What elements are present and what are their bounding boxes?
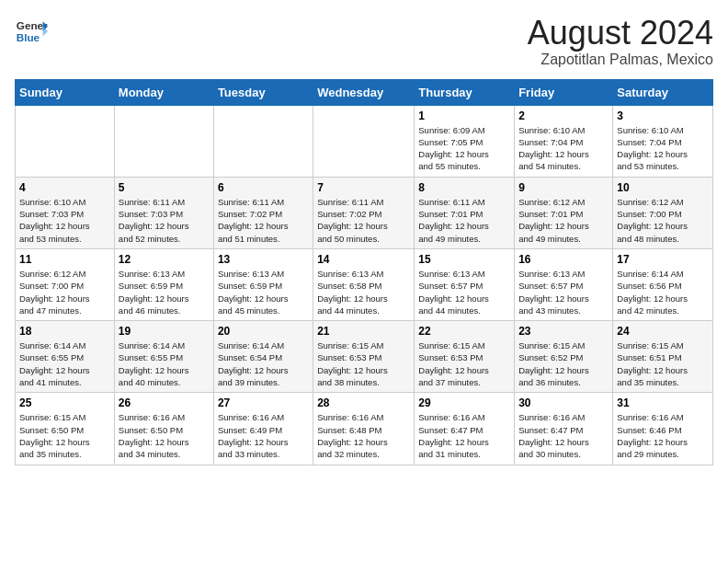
day-number: 18 <box>19 325 110 338</box>
calendar-cell: 13Sunrise: 6:13 AM Sunset: 6:59 PM Dayli… <box>213 248 313 320</box>
calendar-week-row: 18Sunrise: 6:14 AM Sunset: 6:55 PM Dayli… <box>16 321 713 393</box>
day-number: 2 <box>518 109 609 122</box>
day-number: 24 <box>617 325 709 338</box>
day-number: 13 <box>218 253 309 266</box>
calendar-table: SundayMondayTuesdayWednesdayThursdayFrid… <box>15 79 713 465</box>
calendar-cell: 31Sunrise: 6:16 AM Sunset: 6:46 PM Dayli… <box>613 393 713 465</box>
day-number: 1 <box>418 109 510 122</box>
day-info: Sunrise: 6:15 AM Sunset: 6:50 PM Dayligh… <box>19 411 110 460</box>
day-info: Sunrise: 6:12 AM Sunset: 7:01 PM Dayligh… <box>518 196 609 245</box>
month-title: August 2024 <box>528 15 713 52</box>
calendar-cell <box>114 105 213 177</box>
title-block: August 2024 Zapotitlan Palmas, Mexico <box>528 15 713 68</box>
day-number: 15 <box>418 253 510 266</box>
calendar-cell: 12Sunrise: 6:13 AM Sunset: 6:59 PM Dayli… <box>114 248 213 320</box>
weekday-header: Thursday <box>415 79 515 105</box>
weekday-header: Friday <box>515 79 613 105</box>
weekday-header: Monday <box>114 79 213 105</box>
calendar-cell: 29Sunrise: 6:16 AM Sunset: 6:47 PM Dayli… <box>415 393 515 465</box>
day-number: 9 <box>518 181 609 194</box>
weekday-header: Saturday <box>613 79 713 105</box>
calendar-cell: 21Sunrise: 6:15 AM Sunset: 6:53 PM Dayli… <box>313 321 415 393</box>
day-info: Sunrise: 6:14 AM Sunset: 6:56 PM Dayligh… <box>617 268 709 316</box>
calendar-cell: 7Sunrise: 6:11 AM Sunset: 7:02 PM Daylig… <box>313 177 415 248</box>
calendar-cell: 8Sunrise: 6:11 AM Sunset: 7:01 PM Daylig… <box>415 177 515 248</box>
calendar-cell: 4Sunrise: 6:10 AM Sunset: 7:03 PM Daylig… <box>16 177 115 248</box>
day-info: Sunrise: 6:15 AM Sunset: 6:53 PM Dayligh… <box>317 339 410 388</box>
day-info: Sunrise: 6:12 AM Sunset: 7:00 PM Dayligh… <box>19 268 110 316</box>
calendar-cell: 18Sunrise: 6:14 AM Sunset: 6:55 PM Dayli… <box>16 321 115 393</box>
calendar-cell: 3Sunrise: 6:10 AM Sunset: 7:04 PM Daylig… <box>613 105 713 177</box>
calendar-cell: 26Sunrise: 6:16 AM Sunset: 6:50 PM Dayli… <box>114 393 213 465</box>
day-info: Sunrise: 6:09 AM Sunset: 7:05 PM Dayligh… <box>418 124 510 173</box>
day-number: 31 <box>617 396 709 409</box>
location: Zapotitlan Palmas, Mexico <box>528 52 713 68</box>
day-number: 28 <box>317 396 410 409</box>
logo-icon: General Blue <box>15 15 48 48</box>
weekday-header: Sunday <box>16 79 115 105</box>
calendar-week-row: 25Sunrise: 6:15 AM Sunset: 6:50 PM Dayli… <box>16 393 713 465</box>
day-info: Sunrise: 6:11 AM Sunset: 7:02 PM Dayligh… <box>317 196 410 245</box>
day-number: 5 <box>119 181 210 194</box>
calendar-cell: 25Sunrise: 6:15 AM Sunset: 6:50 PM Dayli… <box>16 393 115 465</box>
calendar-cell: 11Sunrise: 6:12 AM Sunset: 7:00 PM Dayli… <box>16 248 115 320</box>
day-number: 6 <box>218 181 309 194</box>
calendar-cell: 22Sunrise: 6:15 AM Sunset: 6:53 PM Dayli… <box>415 321 515 393</box>
calendar-cell: 28Sunrise: 6:16 AM Sunset: 6:48 PM Dayli… <box>313 393 415 465</box>
day-number: 10 <box>617 181 709 194</box>
day-number: 29 <box>418 396 510 409</box>
calendar-cell: 2Sunrise: 6:10 AM Sunset: 7:04 PM Daylig… <box>515 105 613 177</box>
page-header: General Blue August 2024 Zapotitlan Palm… <box>15 15 713 68</box>
day-info: Sunrise: 6:11 AM Sunset: 7:03 PM Dayligh… <box>119 196 210 245</box>
day-info: Sunrise: 6:15 AM Sunset: 6:52 PM Dayligh… <box>518 339 609 388</box>
calendar-cell: 5Sunrise: 6:11 AM Sunset: 7:03 PM Daylig… <box>114 177 213 248</box>
calendar-cell: 20Sunrise: 6:14 AM Sunset: 6:54 PM Dayli… <box>213 321 313 393</box>
day-number: 4 <box>19 181 110 194</box>
weekday-header: Tuesday <box>213 79 313 105</box>
calendar-cell: 17Sunrise: 6:14 AM Sunset: 6:56 PM Dayli… <box>613 248 713 320</box>
day-info: Sunrise: 6:16 AM Sunset: 6:47 PM Dayligh… <box>418 411 510 460</box>
day-number: 25 <box>19 396 110 409</box>
day-info: Sunrise: 6:15 AM Sunset: 6:51 PM Dayligh… <box>617 339 709 388</box>
day-number: 23 <box>518 325 609 338</box>
calendar-week-row: 1Sunrise: 6:09 AM Sunset: 7:05 PM Daylig… <box>16 105 713 177</box>
day-info: Sunrise: 6:14 AM Sunset: 6:54 PM Dayligh… <box>218 339 309 388</box>
calendar-cell: 27Sunrise: 6:16 AM Sunset: 6:49 PM Dayli… <box>213 393 313 465</box>
day-number: 21 <box>317 325 410 338</box>
calendar-cell: 1Sunrise: 6:09 AM Sunset: 7:05 PM Daylig… <box>415 105 515 177</box>
day-number: 30 <box>518 396 609 409</box>
day-info: Sunrise: 6:10 AM Sunset: 7:04 PM Dayligh… <box>518 124 609 173</box>
day-number: 17 <box>617 253 709 266</box>
day-info: Sunrise: 6:16 AM Sunset: 6:47 PM Dayligh… <box>518 411 609 460</box>
day-info: Sunrise: 6:13 AM Sunset: 6:58 PM Dayligh… <box>317 268 410 316</box>
calendar-cell <box>213 105 313 177</box>
day-number: 14 <box>317 253 410 266</box>
weekday-header: Wednesday <box>313 79 415 105</box>
svg-text:Blue: Blue <box>17 31 40 43</box>
day-number: 27 <box>218 396 309 409</box>
day-info: Sunrise: 6:11 AM Sunset: 7:02 PM Dayligh… <box>218 196 309 245</box>
day-info: Sunrise: 6:13 AM Sunset: 6:59 PM Dayligh… <box>119 268 210 316</box>
calendar-cell: 15Sunrise: 6:13 AM Sunset: 6:57 PM Dayli… <box>415 248 515 320</box>
day-number: 8 <box>418 181 510 194</box>
calendar-cell <box>313 105 415 177</box>
day-info: Sunrise: 6:16 AM Sunset: 6:50 PM Dayligh… <box>119 411 210 460</box>
day-info: Sunrise: 6:14 AM Sunset: 6:55 PM Dayligh… <box>119 339 210 388</box>
day-number: 3 <box>617 109 709 122</box>
day-number: 20 <box>218 325 309 338</box>
calendar-header-row: SundayMondayTuesdayWednesdayThursdayFrid… <box>16 79 713 105</box>
logo: General Blue <box>15 15 48 48</box>
day-info: Sunrise: 6:14 AM Sunset: 6:55 PM Dayligh… <box>19 339 110 388</box>
calendar-cell: 9Sunrise: 6:12 AM Sunset: 7:01 PM Daylig… <box>515 177 613 248</box>
day-number: 12 <box>119 253 210 266</box>
calendar-week-row: 11Sunrise: 6:12 AM Sunset: 7:00 PM Dayli… <box>16 248 713 320</box>
day-number: 11 <box>19 253 110 266</box>
day-number: 26 <box>119 396 210 409</box>
calendar-cell: 23Sunrise: 6:15 AM Sunset: 6:52 PM Dayli… <box>515 321 613 393</box>
day-info: Sunrise: 6:16 AM Sunset: 6:46 PM Dayligh… <box>617 411 709 460</box>
day-info: Sunrise: 6:10 AM Sunset: 7:04 PM Dayligh… <box>617 124 709 173</box>
day-info: Sunrise: 6:11 AM Sunset: 7:01 PM Dayligh… <box>418 196 510 245</box>
calendar-cell: 19Sunrise: 6:14 AM Sunset: 6:55 PM Dayli… <box>114 321 213 393</box>
calendar-cell: 30Sunrise: 6:16 AM Sunset: 6:47 PM Dayli… <box>515 393 613 465</box>
day-info: Sunrise: 6:13 AM Sunset: 6:57 PM Dayligh… <box>418 268 510 316</box>
